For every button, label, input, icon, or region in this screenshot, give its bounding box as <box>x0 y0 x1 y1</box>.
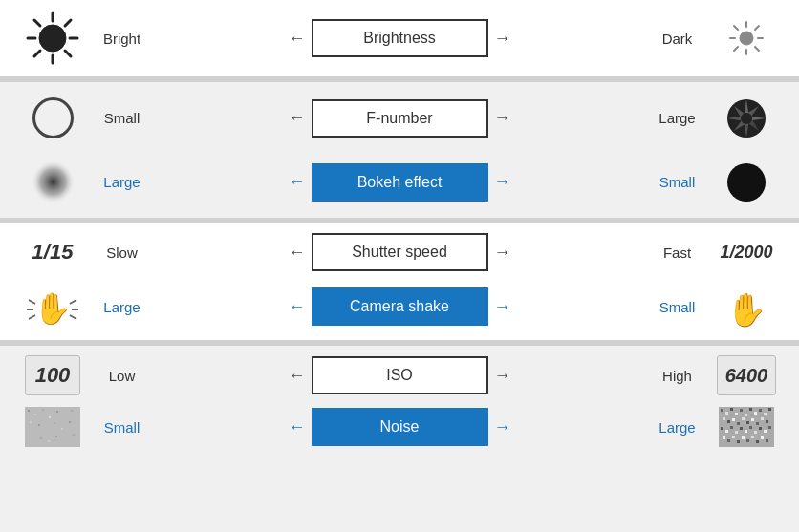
svg-rect-48 <box>55 436 57 437</box>
svg-line-5 <box>34 20 40 26</box>
svg-rect-85 <box>727 439 730 442</box>
dark-label: Dark <box>646 31 708 47</box>
svg-point-20 <box>741 113 752 124</box>
svg-rect-79 <box>749 426 752 429</box>
sun-small-icon <box>708 19 785 57</box>
svg-rect-58 <box>749 408 752 411</box>
small-label-shake: Small <box>646 299 708 315</box>
brightness-control: ← Brightness → <box>153 19 646 57</box>
shutter-section: 1/15 Slow ← Shutter speed → Fast 1/2000 … <box>0 223 799 340</box>
svg-line-17 <box>734 47 738 51</box>
fast-label: Fast <box>646 245 708 261</box>
svg-rect-53 <box>725 412 728 415</box>
svg-rect-62 <box>768 408 771 411</box>
svg-rect-42 <box>54 422 55 424</box>
svg-rect-93 <box>766 439 768 442</box>
sun-large-icon <box>14 10 91 67</box>
small-label-fnumber: Small <box>91 110 153 126</box>
svg-rect-50 <box>73 434 75 436</box>
svg-rect-80 <box>754 431 757 434</box>
hand-shake-icon: ✋ <box>14 283 91 330</box>
svg-rect-44 <box>69 421 71 423</box>
iso-high-icon: 6400 <box>708 355 785 395</box>
bokeh-control: ← Bokeh effect → <box>153 163 646 202</box>
svg-point-18 <box>33 99 72 138</box>
camera-shake-row: ✋ Large ← Camera shake → Small <box>0 277 799 336</box>
slow-label: Slow <box>91 245 153 261</box>
svg-rect-36 <box>56 411 58 413</box>
high-label-iso: High <box>646 368 708 384</box>
svg-rect-72 <box>766 420 768 423</box>
svg-rect-73 <box>721 427 723 430</box>
fraction-fast-icon: 1/2000 <box>708 243 785 263</box>
noise-box: Noise <box>312 408 488 446</box>
svg-rect-64 <box>727 420 730 423</box>
iso-section: 100 Low ← ISO → High 6400 <box>0 346 799 457</box>
camera-shake-box: Camera shake <box>312 287 488 326</box>
shutter-control: ← Shutter speed → <box>153 233 646 271</box>
svg-point-9 <box>740 32 753 45</box>
svg-line-15 <box>755 47 759 51</box>
svg-line-14 <box>734 26 738 30</box>
large-label-shake: Large <box>91 299 153 315</box>
arrow-left-iso: ← <box>289 366 306 386</box>
arrow-right-shake: → <box>494 297 511 317</box>
iso-control: ← ISO → <box>153 356 646 394</box>
svg-rect-74 <box>725 430 728 433</box>
svg-rect-70 <box>756 422 759 425</box>
svg-rect-60 <box>759 409 762 412</box>
svg-rect-45 <box>32 434 33 436</box>
noise-small-icon <box>14 407 91 447</box>
arrow-right-fnumber: → <box>494 108 511 128</box>
bokeh-box: Bokeh effect <box>312 163 488 202</box>
svg-rect-83 <box>768 426 771 429</box>
svg-rect-56 <box>740 409 743 412</box>
svg-rect-34 <box>42 409 44 411</box>
svg-text:✋: ✋ <box>726 290 767 330</box>
svg-rect-33 <box>34 414 36 415</box>
fnumber-box: F-number <box>312 99 488 138</box>
svg-rect-66 <box>737 422 740 425</box>
svg-rect-54 <box>730 408 733 411</box>
svg-rect-59 <box>754 412 757 415</box>
brightness-box: Brightness <box>312 19 488 57</box>
iso-row: 100 Low ← ISO → High 6400 <box>0 350 799 401</box>
svg-rect-37 <box>63 415 65 416</box>
svg-rect-43 <box>61 428 63 430</box>
svg-rect-35 <box>49 416 51 418</box>
svg-rect-63 <box>723 417 725 420</box>
svg-rect-46 <box>40 437 42 439</box>
svg-rect-91 <box>756 440 759 443</box>
arrow-right: → <box>494 29 511 49</box>
arrow-left-noise: ← <box>289 417 306 437</box>
svg-point-21 <box>32 161 74 203</box>
svg-rect-39 <box>30 421 32 423</box>
arrow-right-noise: → <box>494 417 511 437</box>
svg-rect-57 <box>745 414 747 416</box>
brightness-row: Bright ← Brightness → Dark <box>0 4 799 73</box>
svg-rect-90 <box>751 436 754 438</box>
svg-point-0 <box>39 25 66 52</box>
bokeh-row: Large ← Bokeh effect → Small <box>0 150 799 214</box>
svg-rect-65 <box>732 418 735 421</box>
svg-rect-89 <box>746 439 749 442</box>
noise-large-icon <box>708 407 785 447</box>
svg-rect-67 <box>742 417 745 420</box>
svg-rect-84 <box>723 436 725 439</box>
svg-rect-75 <box>730 426 733 429</box>
svg-rect-55 <box>735 413 738 415</box>
large-label-bokeh: Large <box>91 174 153 190</box>
svg-rect-31 <box>25 407 80 447</box>
aperture-section: Small ← F-number → Large <box>0 82 799 218</box>
svg-rect-87 <box>737 440 740 443</box>
svg-rect-49 <box>65 438 67 440</box>
iso-box: ISO <box>312 356 488 394</box>
svg-rect-69 <box>751 418 754 421</box>
svg-rect-68 <box>746 421 749 424</box>
main-wrapper: Bright ← Brightness → Dark <box>0 0 799 457</box>
low-label-iso: Low <box>91 368 153 384</box>
shutter-box: Shutter speed <box>312 233 488 271</box>
circle-blur-icon <box>14 156 91 208</box>
arrow-right-iso: → <box>494 366 511 386</box>
svg-rect-41 <box>46 426 48 428</box>
